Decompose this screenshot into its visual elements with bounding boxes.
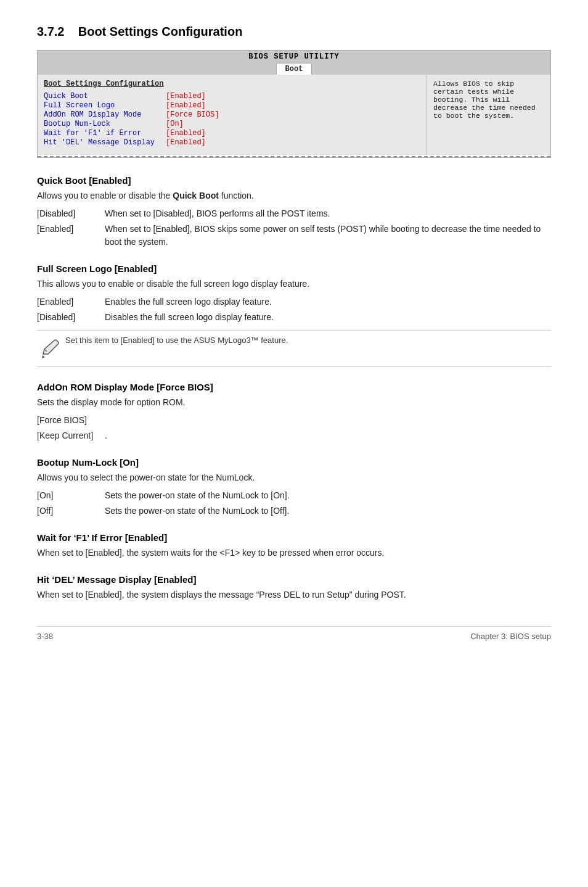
section-quick-boot: Quick Boot [Enabled] Allows you to enabl… <box>37 175 551 249</box>
pencil-icon <box>37 337 59 361</box>
option-label-disabled: [Disabled] <box>37 207 105 220</box>
section-bootup-numlock: Bootup Num-Lock [On] Allows you to selec… <box>37 457 551 518</box>
bios-item-row: Quick Boot [Enabled] <box>44 92 420 101</box>
bios-item-value-1: [Enabled] <box>166 101 206 110</box>
bios-tab: Boot <box>276 63 312 75</box>
note-text: Set this item to [Enabled] to use the AS… <box>65 336 288 345</box>
bios-item-name-2: AddOn ROM Display Mode <box>44 110 161 119</box>
option-text-off: Sets the power-on state of the NumLock t… <box>105 505 551 518</box>
section-heading-text: Boot Settings Configuration <box>78 25 243 38</box>
section-addon-rom: AddOn ROM Display Mode [Force BIOS] Sets… <box>37 382 551 442</box>
bios-item-name-3: Bootup Num-Lock <box>44 120 161 128</box>
footer-page-number: 3-38 <box>37 632 53 641</box>
desc-full-screen-logo: This allows you to enable or disable the… <box>37 278 551 291</box>
option-row: [Enabled] Enables the full screen logo d… <box>37 295 551 308</box>
bold-quick-boot: Quick Boot <box>173 191 219 200</box>
bios-item-value-3: [On] <box>166 120 184 128</box>
section-full-screen-logo: Full Screen Logo [Enabled] This allows y… <box>37 263 551 367</box>
bios-item-value-4: [Enabled] <box>166 129 206 138</box>
bios-screenshot: BIOS SETUP UTILITY Boot Boot Settings Co… <box>37 50 551 158</box>
desc-quick-boot: Allows you to enable or disable the Quic… <box>37 189 551 202</box>
bios-item-name-0: Quick Boot <box>44 92 161 101</box>
bios-item-value-0: [Enabled] <box>166 92 206 101</box>
heading-bootup-numlock: Bootup Num-Lock [On] <box>37 457 551 468</box>
bios-item-row: Bootup Num-Lock [On] <box>44 120 420 128</box>
option-text-keep-current: . <box>105 429 551 442</box>
option-text-enabled: Enables the full screen logo display fea… <box>105 295 551 308</box>
bios-item-value-2: [Force BIOS] <box>166 110 219 119</box>
desc-wait-f1: When set to [Enabled], the system waits … <box>37 547 551 559</box>
option-row: [Off] Sets the power-on state of the Num… <box>37 505 551 518</box>
option-label-on: [On] <box>37 489 105 502</box>
bios-item-name-1: Full Screen Logo <box>44 101 161 110</box>
heading-wait-f1: Wait for ‘F1’ If Error [Enabled] <box>37 532 551 543</box>
desc-hit-del: When set to [Enabled], the system displa… <box>37 588 551 601</box>
heading-addon-rom: AddOn ROM Display Mode [Force BIOS] <box>37 382 551 392</box>
option-row: [Enabled] When set to [Enabled], BIOS sk… <box>37 223 551 249</box>
option-text-disabled: Disables the full screen logo display fe… <box>105 311 551 324</box>
bios-item-row: AddOn ROM Display Mode [Force BIOS] <box>44 110 420 119</box>
section-hit-del: Hit ‘DEL’ Message Display [Enabled] When… <box>37 574 551 601</box>
option-text-enabled: When set to [Enabled], BIOS skips some p… <box>105 223 551 249</box>
bios-tab-row: Boot <box>38 63 550 75</box>
heading-full-screen-logo: Full Screen Logo [Enabled] <box>37 263 551 274</box>
bios-section-label: Boot Settings Configuration <box>44 80 420 88</box>
bios-dashes <box>38 156 550 157</box>
bios-left-panel: Boot Settings Configuration Quick Boot [… <box>38 75 427 155</box>
bios-item-row: Hit 'DEL' Message Display [Enabled] <box>44 138 420 147</box>
heading-quick-boot: Quick Boot [Enabled] <box>37 175 551 186</box>
option-label-disabled: [Disabled] <box>37 311 105 324</box>
bios-content: Boot Settings Configuration Quick Boot [… <box>38 75 550 155</box>
bios-item-value-5: [Enabled] <box>166 138 206 147</box>
option-row: [Disabled] When set to [Disabled], BIOS … <box>37 207 551 220</box>
bios-item-row: Wait for 'F1' if Error [Enabled] <box>44 129 420 138</box>
option-row: [Force BIOS] <box>37 414 551 427</box>
option-text-disabled: When set to [Disabled], BIOS performs al… <box>105 207 551 220</box>
section-title: 3.7.2 Boot Settings Configuration <box>37 25 551 39</box>
section-number: 3.7.2 <box>37 25 64 38</box>
footer: 3-38 Chapter 3: BIOS setup <box>37 626 551 641</box>
heading-hit-del: Hit ‘DEL’ Message Display [Enabled] <box>37 574 551 585</box>
option-text-on: Sets the power-on state of the NumLock t… <box>105 489 551 502</box>
option-row: [Keep Current] . <box>37 429 551 442</box>
bios-help-text: Allows BIOS to skip certain tests while … <box>433 80 536 120</box>
section-wait-f1: Wait for ‘F1’ If Error [Enabled] When se… <box>37 532 551 559</box>
option-label-force-bios: [Force BIOS] <box>37 414 105 427</box>
bios-item-name-4: Wait for 'F1' if Error <box>44 129 161 138</box>
desc-addon-rom: Sets the display mode for option ROM. <box>37 396 551 409</box>
option-row: [Disabled] Disables the full screen logo… <box>37 311 551 324</box>
note-box: Set this item to [Enabled] to use the AS… <box>37 330 551 367</box>
bios-header: BIOS SETUP UTILITY <box>38 51 550 63</box>
option-label-keep-current: [Keep Current] <box>37 429 105 442</box>
option-row: [On] Sets the power-on state of the NumL… <box>37 489 551 502</box>
bios-right-panel: Allows BIOS to skip certain tests while … <box>427 75 550 155</box>
bios-item-name-5: Hit 'DEL' Message Display <box>44 138 161 147</box>
footer-chapter: Chapter 3: BIOS setup <box>470 632 551 641</box>
option-label-off: [Off] <box>37 505 105 518</box>
bios-item-row: Full Screen Logo [Enabled] <box>44 101 420 110</box>
option-label-enabled: [Enabled] <box>37 295 105 308</box>
desc-bootup-numlock: Allows you to select the power-on state … <box>37 471 551 484</box>
option-label-enabled: [Enabled] <box>37 223 105 249</box>
